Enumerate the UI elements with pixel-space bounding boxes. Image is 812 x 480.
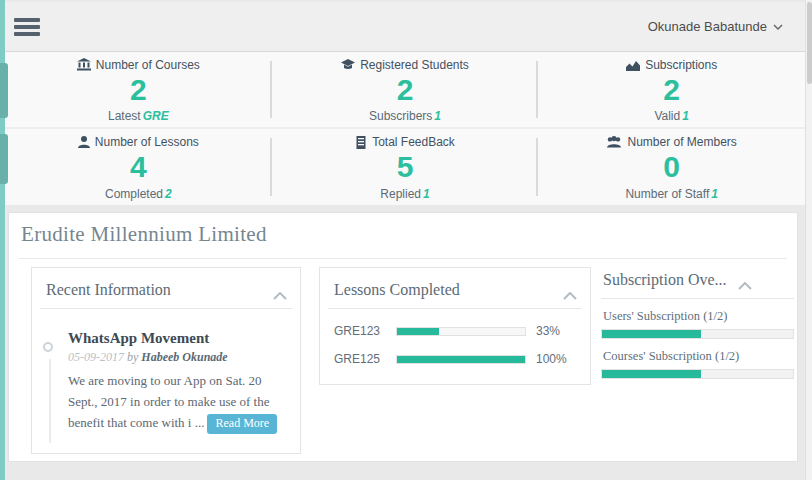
post-title: WhatsApp Movement <box>68 330 288 347</box>
card-header: Subscription Ove... <box>601 259 794 298</box>
subscription-progress-row: Courses' Subscription (1/2) <box>601 349 794 379</box>
progress-percent: 100% <box>536 352 576 366</box>
progress-fill <box>397 356 525 363</box>
scrollbar[interactable] <box>805 0 812 480</box>
page-title: Erudite Millennium Limited <box>21 222 267 247</box>
collapse-chevron-icon[interactable] <box>273 286 287 304</box>
area-chart-icon <box>626 59 640 71</box>
recent-information-card: Recent Information WhatsApp Movement 05-… <box>31 267 301 454</box>
progress-fill <box>397 328 439 335</box>
lessons-completed-card: Lessons Completed GRE123 33% GRE125 100% <box>319 267 591 385</box>
users-group-icon <box>606 136 622 148</box>
stat-sub: LatestGRE <box>108 109 169 123</box>
subscription-overview-card: Subscription Ove... Users' Subscription … <box>601 259 794 397</box>
stat-sub: Completed2 <box>105 187 172 201</box>
lesson-label: GRE125 <box>334 352 382 366</box>
feedback-list-icon <box>355 136 367 149</box>
post-excerpt: We are moving to our App on Sat. 20 Sept… <box>68 371 288 434</box>
stats-grid: Number of Courses 2 LatestGRE Registered… <box>5 52 805 205</box>
main-panel: Erudite Millennium Limited Recent Inform… <box>8 212 798 462</box>
subscription-label: Courses' Subscription (1/2) <box>603 349 794 364</box>
card-header: Recent Information <box>32 268 300 308</box>
stat-sub: Subscribers1 <box>369 109 441 123</box>
user-name: Okunade Babatunde <box>648 19 767 34</box>
stat-sub: Valid1 <box>654 109 688 123</box>
progress-fill <box>602 330 701 338</box>
post-date: 05-09-2017 <box>68 350 124 364</box>
progress-track <box>601 369 794 379</box>
graduation-cap-icon <box>341 59 355 71</box>
stat-total-feedback: Total FeedBack 5 Replied1 <box>272 129 539 206</box>
stat-value: 2 <box>130 73 147 108</box>
bank-icon <box>77 58 91 71</box>
sidebar-accent-segment <box>0 134 8 184</box>
lesson-label: GRE123 <box>334 324 382 338</box>
menu-toggle-icon[interactable] <box>14 18 40 36</box>
stat-value: 0 <box>663 150 680 185</box>
stat-number-of-courses: Number of Courses 2 LatestGRE <box>5 52 272 129</box>
news-post: WhatsApp Movement 05-09-2017 by Habeeb O… <box>68 330 288 434</box>
progress-fill <box>602 370 701 378</box>
stat-number-of-lessons: Number of Lessons 4 Completed2 <box>5 129 272 206</box>
stat-value: 2 <box>397 73 414 108</box>
top-navbar: Okunade Babatunde <box>5 2 805 52</box>
stat-value: 2 <box>663 73 680 108</box>
card-header: Lessons Completed <box>320 268 590 308</box>
sidebar-accent-segment <box>0 63 8 118</box>
subscription-progress-row: Users' Subscription (1/2) <box>601 309 794 339</box>
progress-track <box>396 327 526 336</box>
collapse-chevron-icon[interactable] <box>563 286 577 304</box>
stat-subscriptions: Subscriptions 2 Valid1 <box>538 52 805 129</box>
subscription-label: Users' Subscription (1/2) <box>603 309 794 324</box>
lesson-progress-row: GRE123 33% <box>334 324 576 338</box>
progress-percent: 33% <box>536 324 576 338</box>
post-meta: 05-09-2017 by Habeeb Okunade <box>68 350 288 365</box>
timeline-dot <box>43 342 53 352</box>
progress-track <box>396 355 526 364</box>
stat-sub: Replied1 <box>380 187 429 201</box>
lesson-progress-row: GRE125 100% <box>334 352 576 366</box>
scrollbar-thumb[interactable] <box>807 2 812 84</box>
stat-sub: Number of Staff1 <box>625 187 718 201</box>
stat-registered-students: Registered Students 2 Subscribers1 <box>272 52 539 129</box>
stat-value: 4 <box>130 150 147 185</box>
post-author: Habeeb Okunade <box>141 350 227 364</box>
divider <box>601 298 794 299</box>
chevron-down-icon <box>773 24 783 30</box>
progress-track <box>601 329 794 339</box>
timeline-line <box>49 359 51 443</box>
divider <box>40 308 292 309</box>
collapse-chevron-icon[interactable] <box>738 276 752 294</box>
user-menu[interactable]: Okunade Babatunde <box>648 19 783 34</box>
user-icon <box>78 136 90 148</box>
stat-number-of-members: Number of Members 0 Number of Staff1 <box>538 129 805 206</box>
stat-value: 5 <box>397 150 414 185</box>
read-more-button[interactable]: Read More <box>207 414 277 434</box>
